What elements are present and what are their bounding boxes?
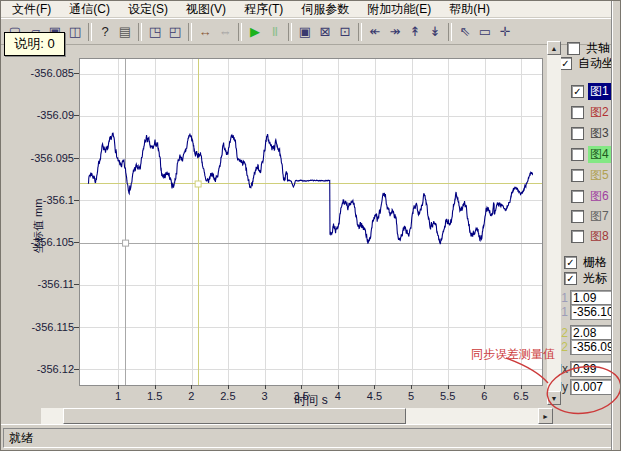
plot-5-checkbox[interactable] [571,169,584,182]
menu-item[interactable]: 程序(T) [235,0,292,19]
y-tick-mark [74,200,79,201]
select-region-icon[interactable]: ▭ [475,22,495,42]
y-axis-title: 坐标值 mm [31,199,46,253]
toolbar-separator [138,23,142,41]
x-tick-label: 5 [393,390,429,402]
pause-icon[interactable]: Ⅱ [265,22,285,42]
x-tick-mark [155,385,156,389]
y-tick-label: -356.095 [22,152,74,164]
x-tick-mark [301,385,302,389]
scale-y-out-icon[interactable]: ↟ [405,22,425,42]
cursor-option-row: ✓光标 [564,270,609,287]
y-tick-label: -356.085 [22,67,74,79]
print-icon[interactable]: ▤ [115,22,135,42]
app-window: { "window": { "status": "就绪" }, "tooltip… [0,0,621,451]
toolbar-separator [358,23,362,41]
cursor2-marker[interactable] [195,181,201,187]
scale-x-in-icon[interactable]: ↠ [385,22,405,42]
x-tick-mark [118,385,119,389]
zoom-y-icon[interactable]: ⊡ [335,22,355,42]
menu-item[interactable]: 附加功能(E) [358,0,440,19]
cursor-option-checkbox[interactable]: ✓ [564,272,577,285]
x-tick-label: 6.5 [503,390,539,402]
x-tick-label: 1 [100,390,136,402]
y-tick-label: -356.1 [22,194,74,206]
help-icon[interactable]: ? [95,22,115,42]
toolbar-separator [88,23,92,41]
plot-2-checkbox[interactable] [571,106,584,119]
x-tick-label: 6 [466,390,502,402]
menu-item[interactable]: 帮助(H) [440,0,499,19]
y-tick-mark [74,158,79,159]
plot-6-checkbox[interactable] [571,190,584,203]
toolbar-separator [188,23,192,41]
cursor1-marker[interactable] [123,240,129,246]
y-tick-mark [74,242,79,243]
menu-item[interactable]: 文件(F) [3,0,60,19]
grid-option-row: ✓栅格 [564,254,609,271]
y-tick-mark [74,73,79,74]
tooltip: 说明: 0 [4,32,65,56]
plot-3-label: 图3 [588,125,611,142]
scale-x-out-icon[interactable]: ↞ [365,22,385,42]
x-tick-label: 5.5 [430,390,466,402]
scroll-down-icon[interactable]: ▼ [547,391,561,405]
plot-1-checkbox[interactable]: ✓ [571,85,584,98]
y-tick-label: -356.11 [22,278,74,290]
chart-plot-area[interactable] [79,58,543,386]
plot-horizontal-scrollbar[interactable]: ► [41,408,553,424]
toolbar-separator [448,23,452,41]
x-tick-mark [191,385,192,389]
menu-item[interactable]: 通信(C) [60,0,119,19]
plot-5-label: 图5 [588,167,611,184]
expand-horizontal-icon[interactable]: ↔ [195,22,215,42]
zoom-x-icon[interactable]: ⊠ [315,22,335,42]
scale-y-in-icon[interactable]: ↡ [425,22,445,42]
compress-horizontal-icon[interactable]: ⇔ [215,22,235,42]
plot-8-label: 图8 [588,228,611,245]
pan-icon[interactable]: ✛ [495,22,515,42]
y-tick-label: -356.105 [22,236,74,248]
run-icon[interactable]: ▶ [245,22,265,42]
y-tick-label: -356.115 [22,321,74,333]
zoom-box-icon[interactable]: ▣ [295,22,315,42]
plot-3-checkbox[interactable] [571,127,584,140]
plot-4-checkbox[interactable] [571,148,584,161]
scroll-up-icon[interactable]: ▲ [547,41,561,55]
grid-option-checkbox[interactable]: ✓ [564,256,577,269]
plot-6-label: 图6 [588,188,611,205]
plot-1-label: 图1 [588,83,611,100]
y-tick-mark [74,327,79,328]
menu-item[interactable]: 伺服参数 [292,0,358,19]
view-grid-icon[interactable]: ◳ [145,22,165,42]
copy-icon[interactable]: ◫ [65,22,85,42]
plot-7-checkbox[interactable] [571,210,584,223]
x-tick-mark [411,385,412,389]
series-trace [88,133,533,244]
pointer-icon[interactable]: ⇖ [455,22,475,42]
y-tick-mark [74,284,79,285]
chart-canvas[interactable] [80,59,542,385]
x-tick-mark [338,385,339,389]
plot-8-checkbox[interactable] [571,230,584,243]
plot-2-label: 图2 [588,104,611,121]
menu-item[interactable]: 视图(V) [177,0,235,19]
scroll-right-icon[interactable]: ► [538,408,553,424]
plot-7-label: 图7 [588,208,611,225]
grid-option-label: 栅格 [581,254,609,271]
x-tick-mark [521,385,522,389]
scrollbar-thumb[interactable] [63,408,406,424]
toolbar-separator [238,23,242,41]
cursor-option-label: 光标 [581,270,609,287]
y-tick-mark [74,115,79,116]
plot-4-label: 图4 [588,146,611,163]
view-chart-icon[interactable]: ◰ [165,22,185,42]
menubar: 文件(F)通信(C)设定(S)视图(V)程序(T)伺服参数附加功能(E)帮助(H… [1,1,620,18]
menu-item[interactable]: 设定(S) [119,0,177,19]
x-tick-mark [484,385,485,389]
x-tick-mark [374,385,375,389]
coaxial-checkbox[interactable] [567,42,580,55]
toolbar: ▢▱▣◫?▤◳◰↔⇔▶Ⅱ▣⊠⊡↞↠↟↡⇖▭✛ [1,18,620,45]
status-panel: 就绪 [3,428,612,448]
x-tick-mark [265,385,266,389]
